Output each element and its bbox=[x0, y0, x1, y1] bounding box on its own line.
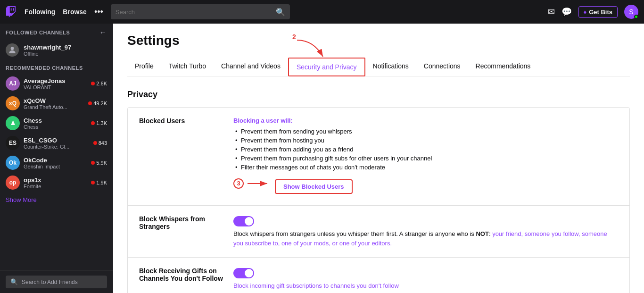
blocked-users-content: Blocking a user will: Prevent them from … bbox=[233, 117, 618, 196]
settings-tab[interactable]: Recommendations bbox=[468, 58, 538, 76]
main-content: Settings 2 ProfileTwitch TurboChannel an… bbox=[113, 24, 644, 293]
get-bits-button[interactable]: ♦ Get Bits bbox=[578, 6, 618, 18]
channel-name: xQcOW bbox=[24, 97, 84, 104]
block-gifts-row: Block Receiving Gifts on Channels You do… bbox=[128, 258, 629, 293]
block-gifts-toggle[interactable] bbox=[233, 268, 254, 278]
channel-avatar: ♟ bbox=[6, 116, 20, 130]
blocking-bullet: Prevent them from adding you as a friend bbox=[233, 146, 618, 153]
settings-tab[interactable]: Security and Privacy bbox=[288, 58, 365, 76]
block-gifts-desc-text: Block incoming gift subscriptions to cha… bbox=[233, 282, 399, 289]
settings-header-area: Settings 2 bbox=[127, 33, 630, 48]
channel-item[interactable]: Ok OkCode Genshin Impact 5.9K bbox=[0, 153, 113, 173]
channel-viewers: 1.3K bbox=[91, 120, 107, 126]
live-dot bbox=[91, 82, 95, 85]
settings-tab[interactable]: Notifications bbox=[365, 58, 416, 76]
channel-info: AverageJonas VALORANT bbox=[24, 77, 87, 90]
collapse-sidebar-icon[interactable]: ← bbox=[99, 28, 107, 37]
channel-info: OkCode Genshin Impact bbox=[24, 157, 87, 169]
toggle-knob-gifts bbox=[245, 269, 253, 277]
settings-tab[interactable]: Profile bbox=[127, 58, 161, 76]
channel-item[interactable]: AJ AverageJonas VALORANT 2.6K bbox=[0, 74, 113, 93]
search-bar[interactable]: 🔍 bbox=[111, 4, 290, 19]
blocked-users-row: Blocked Users Blocking a user will: Prev… bbox=[128, 108, 629, 206]
privacy-section-title: Privacy bbox=[127, 90, 630, 100]
block-whispers-label: Block Whispers from Strangers bbox=[139, 215, 224, 230]
inbox-icon[interactable]: ✉ bbox=[548, 7, 555, 17]
friend-text: your friend, someone you follow, someone… bbox=[233, 230, 607, 247]
topnav-right-actions: ✉ 💬 ♦ Get Bits S bbox=[548, 5, 638, 19]
live-dot bbox=[91, 121, 95, 125]
channel-game: Fortnite bbox=[24, 184, 87, 189]
channel-info: xQcOW Grand Theft Auto... bbox=[24, 97, 84, 110]
channel-avatar: ES bbox=[6, 136, 20, 150]
channel-game: Genshin Impact bbox=[24, 164, 87, 169]
annotation-3-row: 3 Show Blocked Users bbox=[233, 173, 618, 194]
channel-list: AJ AverageJonas VALORANT 2.6K xQ xQcOW G… bbox=[0, 74, 113, 193]
channel-info: Chess Chess bbox=[24, 117, 87, 130]
blocking-bullet: Prevent them from hosting you bbox=[233, 137, 618, 144]
settings-tab[interactable]: Twitch Turbo bbox=[161, 58, 214, 76]
block-gifts-label: Block Receiving Gifts on Channels You do… bbox=[139, 267, 224, 282]
search-icon: 🔍 bbox=[276, 8, 285, 17]
settings-tabs: ProfileTwitch TurboChannel and VideosSec… bbox=[127, 58, 630, 76]
online-status-dot bbox=[634, 15, 638, 19]
twitch-logo[interactable] bbox=[6, 6, 17, 17]
svg-rect-1 bbox=[11, 8, 12, 10]
channel-avatar: xQ bbox=[6, 96, 20, 110]
channel-info: ESL_CSGO Counter-Strike: Gl... bbox=[24, 137, 90, 150]
channel-avatar: AJ bbox=[6, 76, 20, 91]
channel-item[interactable]: ES ESL_CSGO Counter-Strike: Gl... 843 bbox=[0, 133, 113, 153]
show-more-button[interactable]: Show More bbox=[0, 193, 113, 207]
settings-tab[interactable]: Channel and Videos bbox=[214, 58, 288, 76]
top-navigation: Following Browse ••• 🔍 ✉ 💬 ♦ Get Bits S bbox=[0, 0, 644, 24]
block-gifts-description: Block incoming gift subscriptions to cha… bbox=[233, 281, 399, 291]
channel-item[interactable]: ♟ Chess Chess 1.3K bbox=[0, 113, 113, 133]
chat-icon[interactable]: 💬 bbox=[561, 7, 572, 17]
settings-tab[interactable]: Connections bbox=[416, 58, 468, 76]
annotation-number-3: 3 bbox=[233, 178, 244, 189]
search-friends-button[interactable]: 🔍 Search to Add Friends bbox=[6, 276, 107, 288]
channel-game: Chess bbox=[24, 124, 87, 130]
user-avatar[interactable]: S bbox=[624, 5, 638, 19]
channel-viewers: 843 bbox=[93, 140, 107, 146]
privacy-card: Blocked Users Blocking a user will: Prev… bbox=[127, 107, 630, 293]
svg-point-2 bbox=[11, 47, 14, 50]
block-whispers-row: Block Whispers from Strangers Block whis… bbox=[128, 206, 629, 258]
sidebar: FOLLOWED CHANNELS ← shawnwright_97 Offli… bbox=[0, 24, 113, 293]
blocking-bullet: Prevent them from sending you whispers bbox=[233, 128, 618, 135]
channel-item[interactable]: xQ xQcOW Grand Theft Auto... 49.2K bbox=[0, 93, 113, 113]
channel-game: Counter-Strike: Gl... bbox=[24, 144, 90, 150]
channel-name: ESL_CSGO bbox=[24, 137, 90, 144]
channel-name: OkCode bbox=[24, 157, 87, 164]
blocking-bullet: Prevent them from purchasing gift subs f… bbox=[233, 155, 618, 162]
followed-channels-header: FOLLOWED CHANNELS ← bbox=[0, 24, 113, 40]
channel-name: AverageJonas bbox=[24, 77, 87, 84]
channel-avatar: Ok bbox=[6, 156, 20, 170]
block-whispers-toggle[interactable] bbox=[233, 216, 254, 226]
current-user-avatar bbox=[6, 43, 19, 57]
block-whispers-content: Block whispers from strangers unless you… bbox=[233, 215, 618, 248]
show-blocked-users-button[interactable]: Show Blocked Users bbox=[275, 179, 353, 194]
bits-diamond-icon: ♦ bbox=[584, 8, 587, 16]
channel-game: VALORANT bbox=[24, 84, 87, 90]
page-title: Settings bbox=[127, 33, 630, 48]
current-user-item[interactable]: shawnwright_97 Offline bbox=[0, 40, 113, 60]
block-gifts-content: Block incoming gift subscriptions to cha… bbox=[233, 267, 399, 291]
blocked-users-label: Blocked Users bbox=[139, 117, 224, 125]
browse-link[interactable]: Browse bbox=[63, 8, 87, 16]
channel-viewers: 2.6K bbox=[91, 81, 107, 86]
blocking-bullets: Prevent them from sending you whispersPr… bbox=[233, 128, 618, 171]
channel-viewers: 49.2K bbox=[88, 100, 107, 106]
blocking-title: Blocking a user will: bbox=[233, 117, 618, 124]
sidebar-bottom: 🔍 Search to Add Friends bbox=[0, 270, 113, 293]
not-text: NOT bbox=[476, 230, 488, 237]
channel-item[interactable]: op ops1x Fortnite 1.9K bbox=[0, 173, 113, 193]
more-menu-button[interactable]: ••• bbox=[94, 7, 103, 17]
channel-game: Grand Theft Auto... bbox=[24, 104, 84, 110]
following-link[interactable]: Following bbox=[25, 8, 55, 16]
channel-name: Chess bbox=[24, 117, 87, 124]
channel-name: ops1x bbox=[24, 176, 87, 184]
blocking-bullet: Filter their messages out of chats you d… bbox=[233, 164, 618, 171]
search-input[interactable] bbox=[116, 8, 276, 16]
channel-viewers: 1.9K bbox=[91, 180, 107, 185]
